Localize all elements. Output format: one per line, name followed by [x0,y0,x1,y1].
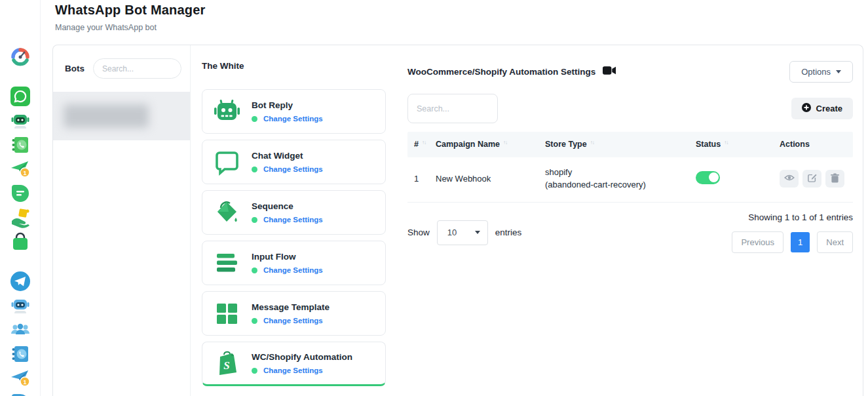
bot-name-redacted [64,104,149,128]
column-header-campaign-name[interactable]: Campaign Name↑↓ [436,140,545,149]
page-size-select[interactable]: 10 [437,220,488,245]
page-subtitle: Manage your WhatsApp bot [55,23,206,32]
bots-search-input[interactable] [93,58,181,79]
column-header-index[interactable]: #↑↓ [407,140,436,149]
page-size-value: 10 [447,228,457,237]
store-icon[interactable] [9,231,31,253]
telegram-icon[interactable] [9,270,31,292]
status-dot [252,217,257,223]
previous-page-button[interactable]: Previous [732,231,783,253]
page-header: WhatsApp Bot Manager Manage your WhatsAp… [55,3,206,32]
current-page-button[interactable]: 1 [791,232,810,252]
telegram-broadcast-icon[interactable]: 1 [9,367,31,389]
page-title: WhatsApp Bot Manager [55,3,206,18]
bot-feature-panel: The White Bot Reply Change Settings Chat… [191,45,397,396]
panel-title: WooCommerce/Shopify Automation Settings [407,67,595,77]
status-dot [252,267,257,273]
chevron-down-icon [836,70,841,73]
change-settings-link[interactable]: Change Settings [263,216,323,224]
menu-item-sequence[interactable]: Sequence Change Settings [202,190,386,235]
menu-item-label: Bot Reply [252,100,323,110]
table-header: #↑↓ Campaign Name↑↓ Store Type↑↓ Status↑… [407,132,853,157]
status-dot [252,368,257,374]
show-label: Show [407,228,430,237]
status-dot [252,167,257,172]
app-sidebar: 1 1 [0,0,41,396]
entries-label: entries [495,228,522,237]
view-button[interactable] [780,170,799,188]
plus-circle-icon [802,103,811,114]
robot-icon[interactable] [9,109,31,132]
change-settings-link[interactable]: Change Settings [263,366,323,374]
robot-icon [212,96,242,127]
bot-manager-card: Bots The White Bot Reply Change Settings… [52,45,863,396]
trash-icon [831,173,839,185]
status-dot [252,116,257,122]
menu-item-input-flow[interactable]: Input Flow Change Settings [202,241,386,285]
menu-item-label: Sequence [252,201,323,211]
menu-item-chat-widget[interactable]: Chat Widget Change Settings [202,140,386,184]
sort-icon[interactable]: ↑↓ [724,140,728,146]
options-button-label: Options [801,67,831,77]
list-bars-icon [212,248,242,278]
column-header-status[interactable]: Status↑↓ [696,140,780,149]
menu-item-label: WC/Shopify Automation [252,352,352,362]
sort-icon[interactable]: ↑↓ [503,140,507,146]
sort-icon[interactable]: ↑↓ [422,140,426,146]
column-header-actions: Actions [780,140,853,149]
broadcast-icon[interactable]: 1 [9,158,31,180]
options-button[interactable]: Options [789,61,853,83]
gauge-icon[interactable] [9,46,31,68]
delete-button[interactable] [825,170,844,188]
eye-icon [784,174,795,184]
edit-icon [808,173,817,184]
change-settings-link[interactable]: Change Settings [263,317,323,325]
showing-entries-text: Showing 1 to 1 of 1 entries [732,212,853,222]
status-dot [252,318,257,324]
bot-list-item-selected[interactable] [53,92,190,140]
pagination: Previous 1 Next [732,231,853,253]
row-index: 1 [407,174,436,184]
sort-icon[interactable]: ↑↓ [590,140,594,146]
table-search-input[interactable] [407,94,498,123]
menu-item-label: Message Template [252,302,330,312]
menu-item-bot-reply[interactable]: Bot Reply Change Settings [202,89,386,134]
table-row: 1 New Webhook shopify (abandoned-cart-re… [407,157,853,203]
automation-settings-panel: WooCommerce/Shopify Automation Settings … [397,45,863,396]
change-settings-link[interactable]: Change Settings [263,266,323,274]
svg-text:1: 1 [23,379,26,386]
column-header-store-type[interactable]: Store Type↑↓ [545,140,696,149]
change-settings-link[interactable]: Change Settings [263,115,323,123]
row-store-subtype: (abandoned-cart-recovery) [545,179,696,191]
status-toggle[interactable] [696,171,720,184]
menu-item-wc-shopify-automation[interactable]: S WC/Shopify Automation Change Settings [202,342,386,386]
create-button-label: Create [816,104,842,113]
change-settings-link[interactable]: Change Settings [263,165,323,173]
chat-icon[interactable] [9,182,31,205]
row-campaign-name: New Webhook [436,174,545,184]
menu-item-label: Input Flow [252,252,323,262]
row-store-type: shopify [545,167,696,179]
video-tutorial-icon[interactable] [603,66,616,78]
telegram-bot-icon[interactable] [9,294,31,317]
bots-panel: Bots [53,45,191,396]
edit-button[interactable] [802,170,821,188]
contacts-icon[interactable] [9,134,31,156]
bots-label: Bots [65,64,85,73]
menu-item-message-template[interactable]: Message Template Change Settings [202,291,386,336]
chat-2-icon[interactable] [9,391,31,396]
whatsapp-icon[interactable] [9,85,31,108]
groups-icon[interactable] [9,319,31,341]
chat-bubble-icon [212,147,242,177]
integrations-icon[interactable] [9,207,31,229]
telegram-contacts-icon[interactable] [9,343,31,365]
bot-name-title: The White [202,61,386,71]
shopify-icon: S [212,348,242,378]
grid-icon [212,298,242,328]
svg-text:S: S [223,359,229,372]
create-button[interactable]: Create [791,98,853,119]
svg-text:1: 1 [23,170,26,176]
next-page-button[interactable]: Next [817,231,853,253]
paint-bucket-icon [212,197,242,228]
chevron-down-icon [475,231,480,234]
